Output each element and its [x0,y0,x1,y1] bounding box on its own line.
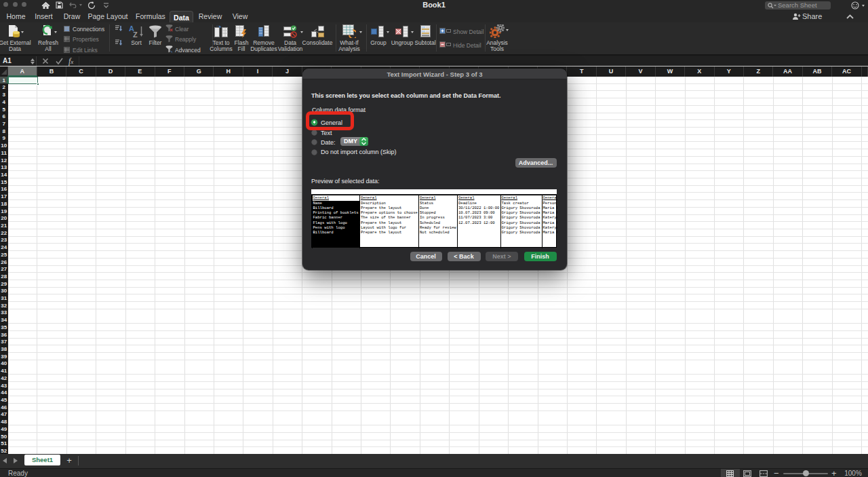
svg-text:Z: Z [133,31,138,38]
